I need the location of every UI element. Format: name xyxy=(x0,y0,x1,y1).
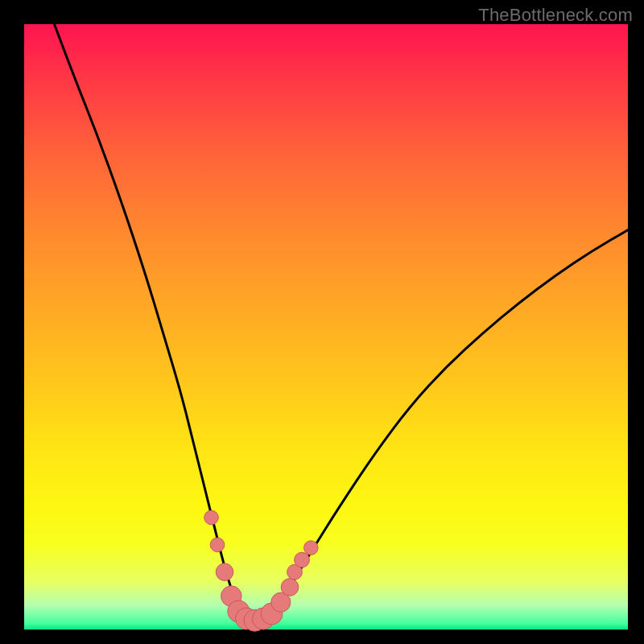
chart-frame: TheBottleneck.com xyxy=(0,0,644,644)
curve-marker xyxy=(210,538,225,552)
curve-marker xyxy=(281,579,299,597)
curve-marker xyxy=(204,510,219,525)
curve-marker xyxy=(304,541,319,555)
bottleneck-curve xyxy=(55,24,629,621)
curve-marker xyxy=(216,564,233,581)
marker-group xyxy=(204,510,318,631)
chart-svg xyxy=(24,24,628,630)
curve-marker xyxy=(295,552,310,568)
watermark-text: TheBottleneck.com xyxy=(478,5,633,26)
